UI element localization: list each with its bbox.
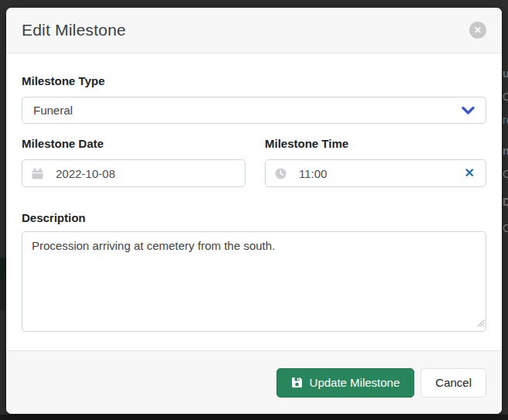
screen-backdrop: u C ro n C De C Edit Milestone ✕ Milesto… (0, 0, 508, 420)
calendar-icon (32, 168, 43, 179)
clear-time-button[interactable]: ✕ (463, 167, 476, 179)
milestone-date-label: Milestone Date (22, 137, 245, 150)
dialog-title: Edit Milestone (22, 21, 126, 39)
milestone-time-field: ✕ (265, 159, 486, 187)
backdrop-text-fragment: n (503, 145, 508, 157)
description-input[interactable]: Procession arriving at cemetery from the… (22, 231, 486, 332)
close-button[interactable]: ✕ (469, 22, 486, 39)
backdrop-text-fragment: De (503, 196, 508, 208)
cancel-label: Cancel (435, 376, 472, 389)
dialog-body: Milestone Type Funeral Milestone Date (6, 53, 502, 350)
clear-icon: ✕ (465, 166, 475, 179)
close-icon: ✕ (474, 22, 482, 39)
backdrop-text-fragment: C (503, 223, 508, 234)
chevron-down-icon (462, 106, 475, 115)
description-field: Procession arriving at cemetery from the… (22, 231, 486, 332)
edit-milestone-dialog: Edit Milestone ✕ Milestone Type Funeral … (6, 8, 502, 414)
backdrop-text-fragment: ro (503, 114, 508, 126)
backdrop-text-fragment: C (503, 91, 508, 103)
milestone-time-input[interactable] (299, 167, 463, 180)
update-milestone-label: Update Milestone (310, 376, 400, 389)
milestone-type-select[interactable]: Funeral (22, 97, 486, 124)
cancel-button[interactable]: Cancel (420, 368, 486, 398)
backdrop-underlying-element (0, 258, 6, 281)
milestone-time-label: Milestone Time (265, 137, 486, 150)
time-column: Milestone Time ✕ (265, 137, 486, 187)
milestone-date-input[interactable] (56, 167, 235, 180)
description-label: Description (22, 211, 486, 224)
clock-icon (275, 168, 287, 179)
save-icon (291, 377, 303, 388)
backdrop-text-fragment: C (503, 169, 508, 180)
backdrop-text-fragment: u (503, 68, 508, 80)
dialog-header: Edit Milestone ✕ (6, 8, 502, 53)
milestone-type-label: Milestone Type (22, 74, 486, 87)
dialog-footer: Update Milestone Cancel (6, 350, 502, 414)
milestone-date-field (22, 159, 245, 187)
date-column: Milestone Date (22, 137, 245, 187)
backdrop-underlying-element (0, 281, 6, 310)
backdrop-bottom-strip (0, 415, 508, 420)
milestone-type-value: Funeral (33, 104, 462, 117)
update-milestone-button[interactable]: Update Milestone (276, 368, 415, 398)
date-time-row: Milestone Date (22, 137, 486, 187)
